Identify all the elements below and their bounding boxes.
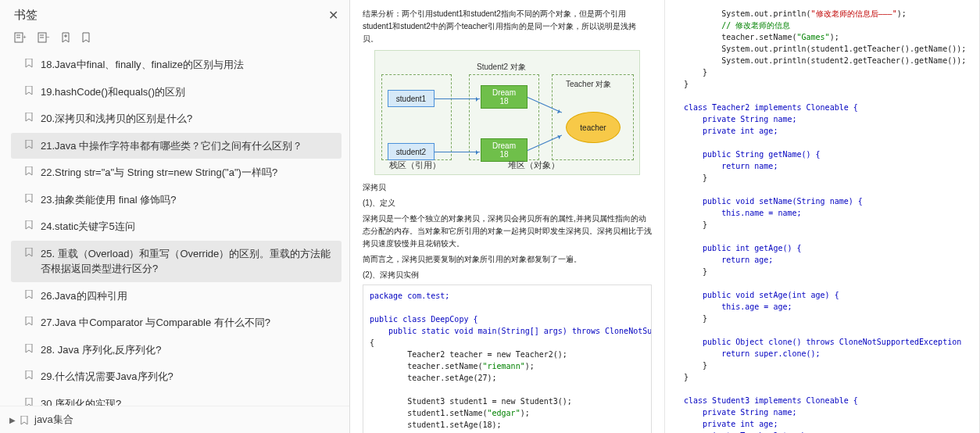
- bookmark-item[interactable]: 30.序列化的实现?: [11, 391, 342, 406]
- teacher-oval: teacher: [566, 112, 621, 143]
- bookmark-icon: [25, 140, 34, 149]
- collapse-all-icon[interactable]: −: [38, 32, 50, 43]
- diagram-label: Student2 对象: [477, 62, 526, 73]
- body-text: 简而言之，深拷贝把要复制的对象所引用的对象都复制了一遍。: [363, 253, 652, 266]
- bookmark-icon: [25, 370, 34, 380]
- svg-text:+: +: [23, 34, 27, 41]
- bookmark-label: 22.String str="a"与 String str=new String…: [41, 165, 277, 181]
- bookmark-sidebar: 书签 ✕ + − 18.Java中final、finally、finalize的…: [0, 0, 350, 433]
- page-left: 结果分析：两个引用student1和student2指向不同的两个对象，但是两个…: [350, 0, 665, 433]
- section-heading: (1)、定义: [363, 197, 652, 209]
- sidebar-title: 书签: [14, 8, 38, 23]
- arrow-icon: [435, 98, 480, 99]
- bookmark-icon[interactable]: [81, 32, 91, 43]
- bookmark-item[interactable]: 23.抽象类能使用 final 修饰吗?: [11, 187, 342, 213]
- bookmark-icon: [25, 290, 34, 299]
- bookmark-label: 23.抽象类能使用 final 修饰吗?: [41, 192, 176, 208]
- bookmark-label: 24.static关键字5连问: [41, 219, 135, 234]
- chevron-right-icon: ▶: [9, 416, 16, 424]
- bookmark-label: 18.Java中final、finally、finalize的区别与用法: [41, 57, 244, 73]
- bookmark-label: 27.Java 中Comparator 与Comparable 有什么不同?: [41, 315, 270, 331]
- bookmark-label: 21.Java 中操作字符串都有哪些类？它们之间有什么区别？: [41, 138, 302, 154]
- bookmark-icon: [25, 86, 34, 95]
- bookmark-item[interactable]: 27.Java 中Comparator 与Comparable 有什么不同?: [11, 310, 342, 336]
- bookmark-item[interactable]: 29.什么情况需要Java序列化?: [11, 363, 342, 390]
- bookmark-icon: [25, 317, 34, 326]
- bookmark-icon: [25, 194, 34, 203]
- bookmark-icon: [25, 220, 34, 230]
- svg-text:−: −: [46, 34, 50, 41]
- code-block: System.out.println("修改老师的信息后———"); // 修改…: [678, 8, 967, 433]
- bookmark-item[interactable]: 19.hashCode()和equals()的区别: [11, 79, 342, 106]
- obj-box: Dream18: [481, 138, 528, 162]
- bookmark-label: 25. 重载（Overload）和重写（Override）的区别。重载的方法能否…: [41, 246, 334, 277]
- close-icon[interactable]: ✕: [328, 8, 338, 23]
- zone-label: 堆区（对象）: [508, 159, 560, 171]
- bookmark-icon: [20, 416, 30, 425]
- bookmark-item[interactable]: 24.static关键字5连问: [11, 213, 342, 240]
- shallow-copy-diagram: Student2 对象 Teacher 对象 student1 student2…: [374, 50, 640, 175]
- bookmark-item[interactable]: 18.Java中final、finally、finalize的区别与用法: [11, 52, 342, 78]
- bookmark-icon: [25, 344, 34, 353]
- bookmark-item[interactable]: 21.Java 中操作字符串都有哪些类？它们之间有什么区别？: [11, 133, 342, 159]
- code-block: package com.test; public class DeepCopy …: [363, 284, 652, 433]
- bookmark-label: 30.序列化的实现?: [41, 396, 121, 406]
- section-heading: 深拷贝: [363, 181, 652, 194]
- section-heading: (2)、深拷贝实例: [363, 269, 652, 281]
- ref-box: student2: [388, 143, 435, 160]
- bookmark-item[interactable]: 25. 重载（Overload）和重写（Override）的区别。重载的方法能否…: [11, 241, 342, 282]
- bookmark-item[interactable]: 26.Java的四种引用: [11, 283, 342, 310]
- footer-label: java集合: [34, 413, 73, 427]
- bookmark-label: 26.Java的四种引用: [41, 288, 127, 304]
- obj-box: Dream18: [481, 85, 528, 109]
- sidebar-footer-item[interactable]: ▶ java集合: [0, 406, 349, 433]
- ref-box: student1: [388, 90, 435, 107]
- expand-all-icon[interactable]: +: [14, 32, 27, 43]
- bookmark-list[interactable]: 18.Java中final、finally、finalize的区别与用法19.h…: [0, 51, 349, 406]
- zone-label: 栈区（引用）: [389, 159, 441, 171]
- bookmark-label: 20.深拷贝和浅拷贝的区别是什么?: [41, 111, 192, 127]
- bookmark-item[interactable]: 28. Java 序列化,反序列化?: [11, 337, 342, 363]
- bookmark-label: 29.什么情况需要Java序列化?: [41, 369, 173, 385]
- bookmark-add-icon[interactable]: [61, 32, 70, 43]
- bookmark-label: 19.hashCode()和equals()的区别: [41, 84, 185, 100]
- document-viewport[interactable]: 结果分析：两个引用student1和student2指向不同的两个对象，但是两个…: [350, 0, 980, 433]
- bookmark-label: 28. Java 序列化,反序列化?: [41, 342, 162, 358]
- bookmark-item[interactable]: 20.深拷贝和浅拷贝的区别是什么?: [11, 106, 342, 132]
- bookmark-icon: [25, 59, 34, 68]
- bookmark-icon: [25, 166, 34, 176]
- bookmark-icon: [25, 398, 34, 406]
- sidebar-toolbar: + −: [0, 27, 349, 51]
- sidebar-header: 书签 ✕: [0, 0, 349, 27]
- page-right: System.out.println("修改老师的信息后———"); // 修改…: [665, 0, 980, 433]
- bookmark-icon: [25, 113, 34, 122]
- arrow-icon: [435, 152, 480, 152]
- bookmark-icon: [25, 248, 34, 257]
- analysis-text: 结果分析：两个引用student1和student2指向不同的两个对象，但是两个…: [363, 8, 652, 45]
- bookmark-item[interactable]: 22.String str="a"与 String str=new String…: [11, 159, 342, 186]
- body-text: 深拷贝是一个整个独立的对象拷贝，深拷贝会拷贝所有的属性,并拷贝属性指向的动态分配…: [363, 213, 652, 250]
